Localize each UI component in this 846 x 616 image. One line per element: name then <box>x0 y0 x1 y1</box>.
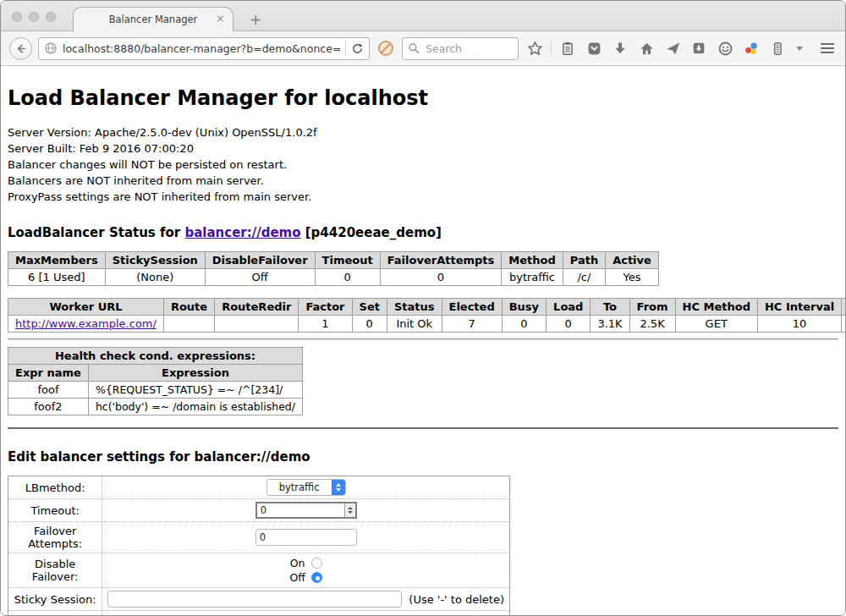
url-text[interactable]: localhost:8880/balancer-manager?b=demo&n… <box>63 42 340 55</box>
edit-balancer-form: LBmethod: bytraffic Timeout: 0 <box>8 476 510 615</box>
inherit-notice-line: Balancers are NOT inherited from main se… <box>8 173 838 189</box>
column-header: Factor <box>299 299 352 316</box>
column-header: HC Method <box>675 299 757 316</box>
toolbar-overflow-button[interactable] <box>794 38 805 58</box>
color-dots-icon <box>744 41 760 57</box>
column-header: From <box>629 299 675 316</box>
table-cell: 6 [1 Used] <box>8 269 106 286</box>
table-header-row: Worker URL Route RouteRedir Factor Set S… <box>8 299 846 316</box>
tab-close-icon[interactable]: × <box>216 13 225 25</box>
colors-extension-button[interactable] <box>741 38 761 58</box>
failover-attempts-input[interactable] <box>255 529 357 546</box>
balancer-demo-link[interactable]: balancer://demo <box>184 225 300 240</box>
search-icon <box>408 42 420 54</box>
paper-plane-icon <box>665 41 681 57</box>
column-header: Load <box>547 299 591 316</box>
table-header-row: Expr name Expression <box>8 365 303 382</box>
search-input[interactable] <box>424 41 500 56</box>
table-cell: 10 <box>757 316 841 333</box>
clipboard-button[interactable] <box>558 38 578 58</box>
form-row-failover-attempts: Failover Attempts: <box>8 522 510 553</box>
hamburger-menu-icon <box>821 43 834 53</box>
table-cell: 0 <box>315 269 380 286</box>
sticky-session-hint: (Use '-' to delete) <box>409 593 504 606</box>
tab-balancer-manager[interactable]: Balancer Manager × <box>73 7 233 31</box>
window-controls <box>12 12 56 22</box>
content-block-button[interactable] <box>376 38 396 58</box>
column-header: MaxMembers <box>8 252 106 269</box>
timeout-input[interactable]: 0 <box>255 502 357 519</box>
window-minimize-button[interactable] <box>29 12 39 22</box>
table-cell: Yes <box>606 269 659 286</box>
column-header: Method <box>502 252 563 269</box>
table-cell: 2.5K <box>629 316 675 333</box>
smiley-icon <box>717 41 733 57</box>
pocket-button[interactable] <box>584 38 604 58</box>
table-cell <box>163 316 214 333</box>
back-button[interactable] <box>9 37 32 60</box>
column-header: To <box>591 299 629 316</box>
battery-status-button[interactable] <box>767 38 788 58</box>
radio-off-label: Off <box>289 571 305 584</box>
health-check-table: Health check cond. expressions: Expr nam… <box>8 347 303 415</box>
url-bar[interactable]: localhost:8880/balancer-manager?b=demo&n… <box>38 37 370 60</box>
downloads-button[interactable] <box>610 38 630 58</box>
feedback-button[interactable] <box>715 38 735 58</box>
table-cell: 3.1K <box>591 316 629 333</box>
lbmethod-select[interactable]: bytraffic <box>266 479 346 496</box>
column-header: Busy <box>502 299 546 316</box>
window-close-button[interactable] <box>12 12 22 22</box>
health-table-caption: Health check cond. expressions: <box>8 348 303 365</box>
table-row: http://www.example.com/ 1 0 Init Ok 7 0 … <box>8 316 846 333</box>
select-stepper-icon <box>332 480 345 495</box>
table-cell: 0 <box>380 269 502 286</box>
home-icon <box>639 41 655 57</box>
table-cell: hc('body') =~ /domain is established/ <box>88 399 302 415</box>
table-cell: 7 <box>442 316 502 333</box>
download-arrow-icon <box>613 41 628 56</box>
column-header: Status <box>387 299 442 316</box>
worker-status-table: Worker URL Route RouteRedir Factor Set S… <box>8 298 845 333</box>
column-header: Set <box>352 299 387 316</box>
server-built-line: Server Built: Feb 9 2016 07:00:20 <box>8 140 838 157</box>
window-zoom-button[interactable] <box>46 12 56 22</box>
table-row: foof2 hc('body') =~ /domain is establish… <box>8 399 303 415</box>
sticky-session-cell: (Use '-' to delete) <box>102 588 510 611</box>
column-header: HC Interval <box>757 299 841 316</box>
menu-button[interactable] <box>817 38 838 58</box>
persist-notice-line: Balancer changes will NOT be persisted o… <box>8 157 838 173</box>
worker-url-cell: http://www.example.com/ <box>8 316 164 333</box>
status-heading-prefix: LoadBalancer Status for <box>8 225 184 240</box>
search-bar[interactable] <box>402 37 519 60</box>
add-worker-label: Add New Worker: <box>8 611 102 616</box>
table-cell: 0 <box>502 316 546 333</box>
worker-url-link[interactable]: http://www.example.com/ <box>15 317 157 330</box>
number-spinner-icon[interactable] <box>344 503 355 517</box>
column-header: Worker URL <box>8 299 164 316</box>
globe-icon <box>44 41 58 55</box>
radio-off[interactable] <box>311 572 322 583</box>
new-tab-button[interactable]: + <box>244 11 266 28</box>
loadbalancer-status-heading: LoadBalancer Status for balancer://demo … <box>8 225 838 240</box>
column-header: StickySession <box>105 252 205 269</box>
page-title: Load Balancer Manager for localhost <box>8 86 838 110</box>
table-cell: (None) <box>105 269 205 286</box>
disable-failover-cell: On Off <box>102 553 510 588</box>
table-cell: Off <box>205 269 315 286</box>
download-panel-button[interactable] <box>689 38 709 58</box>
radio-on[interactable] <box>311 558 322 569</box>
lbmethod-selected-value: bytraffic <box>267 480 332 495</box>
table-cell: foof <box>8 382 89 399</box>
download-box-icon <box>691 41 706 56</box>
send-button[interactable] <box>662 38 683 58</box>
timeout-cell: 0 <box>102 499 510 522</box>
chevron-down-icon <box>796 47 803 51</box>
table-cell: /c/ <box>563 269 605 286</box>
status-heading-suffix: [p4420eeae_demo] <box>301 225 442 240</box>
reload-icon[interactable] <box>351 42 364 55</box>
sticky-session-input[interactable] <box>107 591 402 608</box>
form-row-timeout: Timeout: 0 <box>8 499 510 522</box>
home-button[interactable] <box>636 38 656 58</box>
bookmark-button[interactable] <box>525 38 545 58</box>
browser-window: Balancer Manager × + localhost:8880/bala… <box>0 0 846 616</box>
